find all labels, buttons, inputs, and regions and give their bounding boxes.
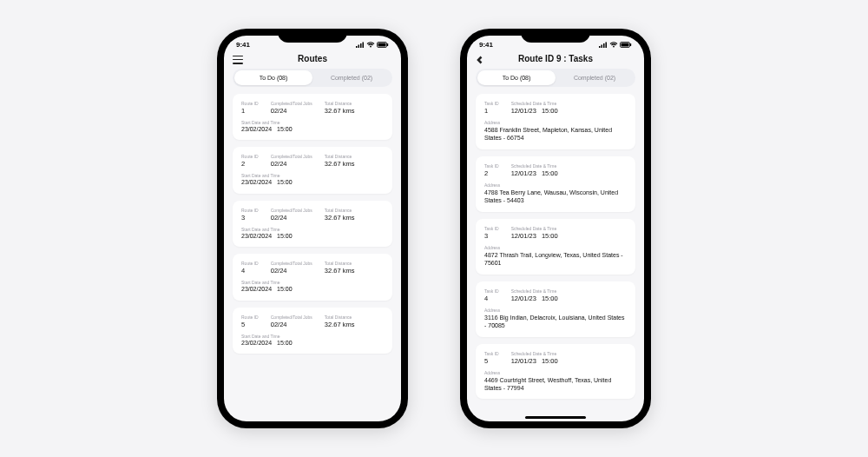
- wifi-icon: [366, 42, 375, 48]
- label-ct: Completed/Total Jobs: [271, 101, 312, 106]
- svg-rect-2: [360, 43, 362, 48]
- hamburger-icon: [233, 56, 243, 64]
- route-dist: 32.67 kms: [325, 107, 355, 115]
- svg-rect-10: [603, 43, 605, 48]
- svg-rect-15: [630, 43, 631, 46]
- svg-rect-9: [602, 45, 603, 49]
- status-icons: [356, 42, 389, 48]
- tabs: To Do (08) Completed (02): [476, 69, 635, 87]
- task-card[interactable]: Task ID4 Scheduled Date & Time12/01/2315…: [476, 281, 635, 337]
- svg-rect-8: [599, 46, 601, 48]
- route-date: 23/02/2024: [241, 126, 272, 133]
- page-title: Routes: [298, 54, 327, 63]
- svg-rect-6: [378, 43, 386, 47]
- task-card[interactable]: Task ID2 Scheduled Date & Time12/01/2315…: [476, 156, 635, 212]
- phone-left: 9:41 Routes To Do (08) Completed (02) Ro…: [217, 29, 408, 428]
- label-route-id: Route ID: [241, 101, 259, 106]
- label-sdt: Start Date and Time: [241, 120, 384, 125]
- label-sched: Scheduled Date & Time: [511, 101, 558, 106]
- home-indicator[interactable]: [525, 416, 586, 419]
- screen-left: 9:41 Routes To Do (08) Completed (02) Ro…: [224, 36, 401, 421]
- svg-point-4: [370, 46, 372, 48]
- route-card[interactable]: Route ID3 Completed/Total Jobs02/24 Tota…: [233, 201, 392, 247]
- tab-todo[interactable]: To Do (08): [477, 70, 556, 85]
- task-card[interactable]: Task ID3 Scheduled Date & Time12/01/2315…: [476, 219, 635, 275]
- notch: [278, 29, 347, 43]
- svg-rect-11: [606, 43, 608, 49]
- page-title: Route ID 9 : Tasks: [518, 54, 593, 63]
- battery-icon: [620, 42, 632, 48]
- task-card[interactable]: Task ID1 Scheduled Date & Time12/01/2315…: [476, 94, 635, 149]
- label-task-id: Task ID: [484, 101, 499, 106]
- back-button[interactable]: [476, 52, 484, 68]
- menu-button[interactable]: [233, 56, 243, 64]
- wifi-icon: [609, 42, 618, 48]
- route-time: 15:00: [277, 126, 293, 133]
- tab-completed[interactable]: Completed (02): [312, 70, 391, 85]
- header: Route ID 9 : Tasks: [467, 50, 644, 69]
- header: Routes: [224, 50, 401, 69]
- task-time: 15:00: [542, 107, 558, 115]
- routes-list[interactable]: Route ID1 Completed/Total Jobs02/24 Tota…: [224, 94, 401, 421]
- label-dist: Total Distance: [325, 101, 355, 106]
- task-date: 12/01/23: [511, 107, 536, 115]
- svg-rect-1: [358, 45, 360, 49]
- tabs: To Do (08) Completed (02): [233, 69, 392, 87]
- route-card[interactable]: Route ID4 Completed/Total Jobs02/24 Tota…: [233, 254, 392, 300]
- route-card[interactable]: Route ID5 Completed/Total Jobs02/24 Tota…: [233, 308, 392, 354]
- tab-completed[interactable]: Completed (02): [556, 70, 634, 85]
- phone-right: 9:41 Route ID 9 : Tasks To Do (08) Compl…: [460, 29, 651, 428]
- svg-rect-7: [387, 43, 388, 46]
- screen-right: 9:41 Route ID 9 : Tasks To Do (08) Compl…: [467, 36, 644, 421]
- tab-todo[interactable]: To Do (08): [234, 70, 312, 85]
- svg-point-12: [613, 46, 615, 48]
- svg-rect-14: [621, 43, 629, 47]
- task-address: 4588 Franklin Street, Mapleton, Kansas, …: [484, 126, 627, 142]
- svg-rect-3: [363, 43, 365, 49]
- svg-rect-0: [356, 46, 358, 48]
- battery-icon: [377, 42, 389, 48]
- notch: [521, 29, 590, 43]
- status-time: 9:41: [236, 41, 250, 49]
- task-id: 1: [484, 107, 499, 115]
- route-ct: 02/24: [271, 107, 312, 115]
- route-card[interactable]: Route ID2 Completed/Total Jobs02/24 Tota…: [233, 147, 392, 193]
- route-card[interactable]: Route ID1 Completed/Total Jobs02/24 Tota…: [233, 94, 392, 140]
- route-id: 1: [241, 107, 259, 115]
- signal-icon: [356, 42, 365, 48]
- status-time: 9:41: [479, 41, 493, 49]
- status-icons: [599, 42, 632, 48]
- chevron-left-icon: [476, 52, 484, 68]
- task-card[interactable]: Task ID5 Scheduled Date & Time12/01/2315…: [476, 344, 635, 400]
- signal-icon: [599, 42, 608, 48]
- tasks-list[interactable]: Task ID1 Scheduled Date & Time12/01/2315…: [467, 94, 644, 421]
- label-addr: Address: [484, 120, 627, 125]
